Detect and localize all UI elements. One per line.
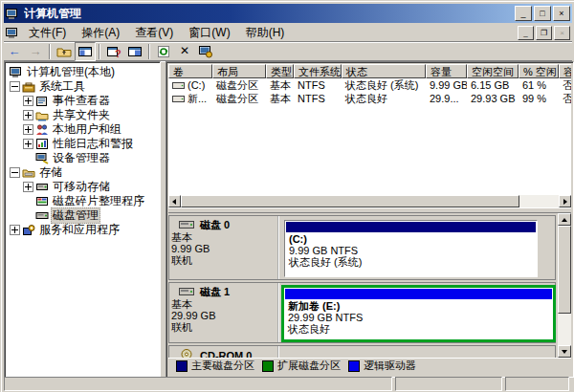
child-minimize-button[interactable]: _ [518, 26, 534, 40]
vscroll-thumb[interactable] [558, 226, 571, 314]
column-header-容[interactable]: 容 [559, 64, 571, 78]
partition-text: 9.99 GB NTFS [285, 245, 537, 256]
partition-text: 29.99 GB NTFS [284, 312, 553, 323]
tree-item-事件查看器[interactable]: 事件查看器 [5, 94, 160, 108]
toolbar-separator [49, 44, 51, 59]
expand-toggle[interactable] [23, 139, 33, 149]
delete-icon: ✕ [180, 45, 189, 57]
disk-label-cell[interactable]: 磁盘 1基本29.99 GB联机 [169, 283, 279, 342]
minimize-button[interactable]: _ [515, 6, 532, 21]
child-restore-button[interactable]: ❐ [536, 26, 552, 40]
hscroll-track[interactable] [519, 195, 559, 207]
toolbar-separator [148, 44, 150, 59]
cell-text: 基本 [270, 92, 291, 105]
column-header-容量[interactable]: 容量 [426, 64, 467, 78]
expand-toggle[interactable] [23, 182, 33, 192]
properties-button[interactable] [195, 42, 216, 61]
collapse-toggle[interactable] [10, 167, 20, 178]
tree-item-性能日志和警报[interactable]: 性能日志和警报 [5, 137, 160, 151]
cell-text: NTFS [298, 78, 325, 92]
tree-item-可移动存储[interactable]: 可移动存储 [5, 180, 160, 194]
menu-item-4[interactable]: 帮助(H) [238, 24, 293, 42]
services-icon [22, 224, 35, 236]
console-window-icon [6, 27, 19, 39]
help-icon: ? [106, 45, 121, 58]
properties-icon [198, 45, 213, 58]
column-header-类型[interactable]: 类型 [266, 64, 294, 78]
title-bar[interactable]: 计算机管理 _□× [4, 4, 572, 23]
tree-item-磁盘碎片整理程序[interactable]: 磁盘碎片整理程序 [5, 194, 160, 208]
show-hide-action-pane-button[interactable] [124, 42, 145, 61]
menu-item-2[interactable]: 查看(V) [127, 24, 181, 42]
collapse-toggle[interactable] [10, 81, 20, 92]
vertical-scrollbar[interactable] [558, 213, 571, 358]
volume-row-0[interactable]: (C:)磁盘分区基本NTFS状态良好 (系统)9.99 GB6.15 GB61 … [168, 78, 571, 92]
volume-cell: (C:) [168, 78, 212, 92]
maximize-button[interactable]: □ [534, 6, 551, 21]
volume-cell: 状态良好 [342, 92, 426, 105]
refresh-button[interactable] [153, 42, 174, 61]
tree-item-存储[interactable]: 存储 [5, 165, 160, 180]
tree-item-label: 系统工具 [37, 79, 87, 94]
disk-label-cell[interactable]: CD-ROM 0 [169, 346, 279, 358]
tree-item-磁盘管理[interactable]: 磁盘管理 [5, 208, 160, 223]
menu-item-3[interactable]: 窗口(W) [181, 24, 237, 42]
disk-info-line: 基本 [171, 298, 277, 310]
partition-text: 新加卷 (E:) [284, 300, 553, 312]
expand-toggle[interactable] [23, 124, 33, 135]
partition-text: 状态良好 [284, 323, 553, 335]
tree-item-共享文件夹[interactable]: 共享文件夹 [5, 108, 160, 122]
disk-label-cell[interactable]: 磁盘 0基本9.99 GB联机 [169, 216, 279, 279]
scroll-right-button[interactable] [559, 195, 571, 207]
computer-management-window: 计算机管理 _□× 文件(F)操作(A)查看(V)窗口(W)帮助(H) _❐× … [0, 0, 574, 392]
disk-strip: 新加卷 (E:)29.99 GB NTFS状态良好 [279, 283, 555, 342]
scroll-up-button[interactable] [558, 213, 571, 226]
partition-box-新加卷 (E:)[interactable]: 新加卷 (E:)29.99 GB NTFS状态良好 [281, 285, 556, 342]
status-segment [4, 377, 392, 391]
scroll-left-button[interactable] [168, 195, 181, 207]
tree-item-系统工具[interactable]: 系统工具 [5, 79, 160, 94]
child-close-button[interactable]: × [554, 26, 570, 40]
menu-item-0[interactable]: 文件(F) [21, 24, 74, 42]
tree-item-本地用户和组[interactable]: 本地用户和组 [5, 122, 160, 137]
expand-toggle[interactable] [23, 96, 33, 106]
back-button[interactable]: ← [4, 42, 25, 61]
forward-arrow-icon: → [30, 45, 42, 57]
disk-info-line: 29.99 GB [171, 310, 277, 321]
menu-item-1[interactable]: 操作(A) [74, 24, 127, 42]
tree-item-label: 计算机管理(本地) [25, 65, 117, 79]
tree-item-设备管理器[interactable]: 设备管理器 [5, 151, 160, 165]
delete-button[interactable]: ✕ [174, 42, 195, 61]
close-button[interactable]: × [553, 6, 570, 21]
partition-box-(C:)[interactable]: (C:)9.99 GB NTFS状态良好 (系统) [284, 220, 538, 277]
column-header-文件系统[interactable]: 文件系统 [294, 64, 342, 78]
child-window-buttons: _❐× [518, 26, 572, 40]
tree-item-服务和应用程序[interactable]: 服务和应用程序 [5, 223, 160, 237]
disk-graphical-pane: 磁盘 0基本9.99 GB联机(C:)9.99 GB NTFS状态良好 (系统)… [168, 213, 571, 358]
column-header-状态[interactable]: 状态 [342, 64, 426, 78]
forward-button[interactable]: → [25, 42, 46, 61]
volume-cell: 磁盘分区 [212, 92, 266, 105]
column-header-% 空闲[interactable]: % 空闲 [519, 64, 559, 78]
column-header-空闲空间[interactable]: 空闲空间 [467, 64, 519, 78]
hscroll-thumb[interactable] [181, 195, 519, 207]
cell-text: (C:) [188, 78, 205, 92]
console-tree-pane: 计算机管理(本地)系统工具事件查看器共享文件夹本地用户和组性能日志和警报设备管理… [4, 61, 161, 378]
expand-toggle[interactable] [23, 110, 33, 120]
volume-row-1[interactable]: 新...磁盘分区基本NTFS状态良好29.9...29.93 GB99 %否 [168, 92, 571, 105]
column-header-卷[interactable]: 卷 [168, 64, 212, 78]
help-button[interactable]: ? [103, 42, 124, 61]
up-one-level-button[interactable] [54, 42, 75, 61]
column-header-布局[interactable]: 布局 [212, 64, 266, 78]
expand-toggle[interactable] [10, 225, 20, 235]
volume-cell: 磁盘分区 [212, 78, 266, 92]
show-hide-console-tree-button[interactable] [75, 42, 96, 61]
horizontal-scrollbar[interactable] [168, 195, 571, 207]
tree-item-计算机管理(本地)[interactable]: 计算机管理(本地) [5, 65, 160, 79]
disk-drive-icon [179, 286, 192, 298]
tree-item-label: 设备管理器 [51, 151, 112, 165]
scroll-down-button[interactable] [558, 345, 571, 358]
volume-cell: 新... [168, 92, 212, 105]
action-pane-icon [127, 45, 143, 58]
volume-cell: 6.15 GB [467, 78, 519, 92]
